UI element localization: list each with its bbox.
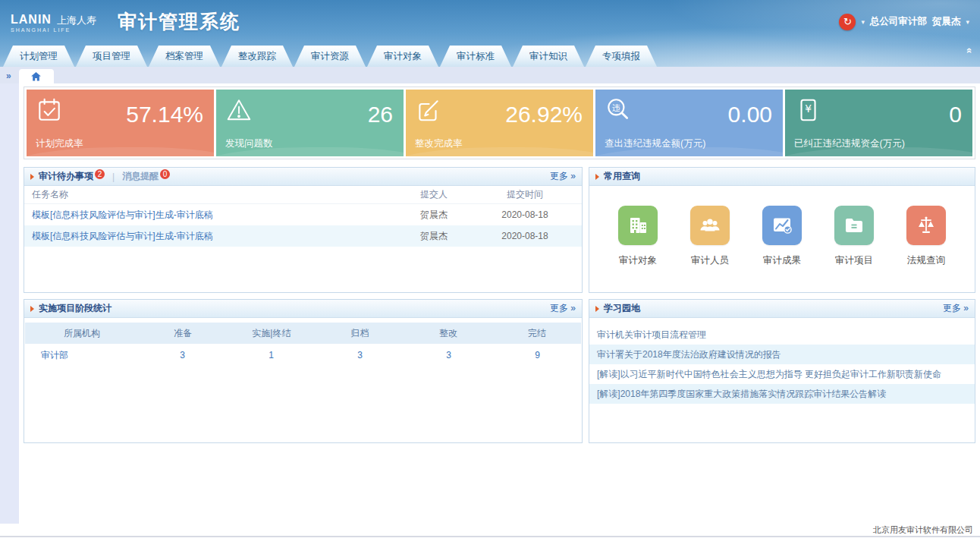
tab-audit-resources[interactable]: 审计资源	[294, 46, 366, 67]
tile-audit-results[interactable]: 审计成果	[750, 206, 814, 292]
column-submit-time: 提交时间	[476, 188, 574, 201]
building-icon	[618, 206, 658, 245]
stage-table-header: 所属机构 准备 实施|终结 归档 整改 完结	[25, 323, 581, 344]
stat-label: 查出违纪违规金额(万元)	[605, 137, 705, 150]
tab-rectification-tracking[interactable]: 整改跟踪	[221, 46, 293, 67]
app-title: 审计管理系统	[118, 9, 240, 34]
card-issues-found[interactable]: 26 发现问题数	[216, 90, 404, 156]
column-complete: 完结	[492, 327, 581, 340]
todo-count-badge: 2	[95, 169, 105, 179]
stage-value-implement[interactable]: 1	[227, 350, 316, 360]
list-item[interactable]: [解读]以习近平新时代中国特色社会主义思想为指导 更好担负起审计工作新职责新使命	[589, 364, 975, 384]
tile-audit-projects[interactable]: 审计项目	[822, 206, 886, 292]
svg-text:¥: ¥	[805, 102, 812, 115]
tile-audit-objects[interactable]: 审计对象	[606, 206, 670, 292]
home-icon	[31, 72, 41, 81]
panel-bullet-icon	[595, 174, 599, 180]
task-link[interactable]: 模板[信息科技风险评估与审计]生成-审计底稿	[32, 209, 392, 222]
tab-audit-objects[interactable]: 审计对象	[367, 46, 438, 67]
tile-label: 审计项目	[822, 254, 886, 267]
chart-check-icon	[762, 206, 802, 245]
collapse-up-icon[interactable]: «	[964, 48, 975, 53]
stage-value-rectify[interactable]: 3	[404, 350, 493, 360]
refresh-icon[interactable]: ↻	[839, 14, 856, 30]
todo-panel-title[interactable]: 审计待办事项	[39, 170, 93, 183]
violation-search-icon: 违	[605, 96, 632, 126]
user-menu-chevron-icon[interactable]: ▾	[966, 18, 969, 26]
stat-value: 0	[949, 102, 962, 127]
stage-value-complete[interactable]: 9	[493, 350, 582, 360]
list-item[interactable]: 审计署关于2018年度法治政府建设情况的报告	[589, 345, 975, 364]
main-nav: 计划管理 项目管理 档案管理 整改跟踪 审计资源 审计对象 审计标准 审计知识 …	[0, 43, 980, 67]
panel-bullet-icon	[30, 306, 34, 312]
tab-archive-management[interactable]: 档案管理	[149, 46, 220, 67]
expand-sidebar-icon[interactable]: »	[6, 71, 11, 81]
user-name: 贺晨杰	[932, 15, 961, 28]
chevron-down-icon[interactable]: ▾	[861, 18, 865, 26]
stage-more-link[interactable]: 更多 »	[550, 302, 576, 315]
panel-learning: 学习园地 更多 » 审计机关审计项目流程管理 审计署关于2018年度法治政府建设…	[589, 299, 975, 443]
card-corrected-funds[interactable]: ¥ 0 已纠正违纪违规资金(万元)	[785, 90, 972, 156]
column-implement: 实施|终结	[228, 327, 316, 340]
tab-audit-knowledge[interactable]: 审计知识	[513, 46, 584, 67]
calendar-check-icon	[36, 96, 63, 126]
stat-value: 0.00	[728, 102, 772, 127]
tab-audit-standards[interactable]: 审计标准	[440, 46, 511, 67]
table-row[interactable]: 模板[信息科技风险评估与审计]生成-审计底稿 贺晨杰 2020-08-18	[24, 225, 582, 247]
query-panel-title: 常用查询	[604, 170, 640, 183]
table-row[interactable]: 模板[信息科技风险评估与审计]生成-审计底稿 贺晨杰 2020-08-18	[24, 204, 582, 225]
card-plan-completion[interactable]: 57.14% 计划完成率	[27, 90, 214, 156]
tile-regulation-query[interactable]: 法规查询	[894, 206, 958, 292]
logo-subtitle: SHANGHAI LIFE	[11, 27, 96, 33]
tab-home[interactable]	[19, 69, 54, 83]
stage-panel-title: 实施项目阶段统计	[39, 302, 112, 315]
message-count-badge: 0	[160, 169, 170, 179]
tile-label: 审计成果	[750, 254, 814, 267]
company-logo: LANIN 上海人寿 SHANGHAI LIFE	[11, 13, 96, 33]
footer-company: 北京用友审计软件有限公司	[873, 525, 973, 534]
todo-table-header: 任务名称 提交人 提交时间	[24, 186, 582, 204]
scales-icon	[906, 206, 946, 245]
stage-value-archive[interactable]: 3	[316, 350, 404, 360]
task-submitter: 贺晨杰	[392, 230, 476, 243]
tile-audit-staff[interactable]: 审计人员	[678, 206, 742, 292]
stat-value: 26	[368, 102, 393, 127]
message-reminder-tab[interactable]: 消息提醒	[122, 170, 159, 183]
breadcrumb-bar: »	[0, 67, 980, 83]
stat-label: 发现问题数	[225, 137, 273, 150]
org-link[interactable]: 审计部	[24, 349, 138, 362]
stat-cards-row: 57.14% 计划完成率 26 发现问题数 26.92%	[24, 87, 975, 159]
tab-special-reporting[interactable]: 专项填报	[586, 46, 657, 67]
card-rectification-completion[interactable]: 26.92% 整改完成率	[406, 90, 593, 156]
main-content: 57.14% 计划完成率 26 发现问题数 26.92%	[0, 83, 980, 449]
learning-more-link[interactable]: 更多 »	[943, 302, 969, 315]
panel-audit-todo: 审计待办事项 2 | 消息提醒 0 更多 » 任务名称 提交人 提交时间 模板[…	[24, 167, 583, 293]
column-archive: 归档	[316, 327, 404, 340]
tile-label: 法规查询	[894, 254, 958, 267]
panel-quick-query: 常用查询	[589, 167, 975, 293]
tile-label: 审计对象	[606, 254, 670, 267]
logo-brand-en: LANIN	[11, 13, 52, 27]
tile-label: 审计人员	[678, 254, 742, 267]
panel-bullet-icon	[595, 306, 599, 312]
header-divider: |	[112, 172, 115, 182]
table-row: 审计部 3 1 3 3 9	[24, 344, 582, 367]
tab-project-management[interactable]: 项目管理	[76, 46, 147, 67]
stat-label: 计划完成率	[36, 137, 83, 150]
logo-brand-cn: 上海人寿	[57, 15, 96, 26]
stat-value: 26.92%	[505, 102, 583, 127]
tab-plan-management[interactable]: 计划管理	[3, 46, 74, 67]
stat-label: 整改完成率	[415, 137, 463, 150]
task-link[interactable]: 模板[信息科技风险评估与审计]生成-审计底稿	[32, 230, 392, 243]
stage-value-prepare[interactable]: 3	[138, 350, 227, 360]
card-violation-amount[interactable]: 违 0.00 查出违纪违规金额(万元)	[595, 90, 783, 156]
list-item[interactable]: 审计机关审计项目流程管理	[589, 325, 975, 345]
user-department: 总公司审计部	[870, 15, 927, 28]
users-icon	[690, 206, 730, 245]
todo-more-link[interactable]: 更多 »	[550, 170, 576, 183]
edit-square-icon	[415, 96, 442, 126]
list-item[interactable]: [解读]2018年第四季度国家重大政策措施落实情况跟踪审计结果公告解读	[589, 384, 975, 404]
top-header: LANIN 上海人寿 SHANGHAI LIFE 审计管理系统 ↻ ▾ 总公司审…	[0, 0, 980, 67]
task-time: 2020-08-18	[476, 209, 574, 220]
column-task-name: 任务名称	[32, 188, 392, 201]
